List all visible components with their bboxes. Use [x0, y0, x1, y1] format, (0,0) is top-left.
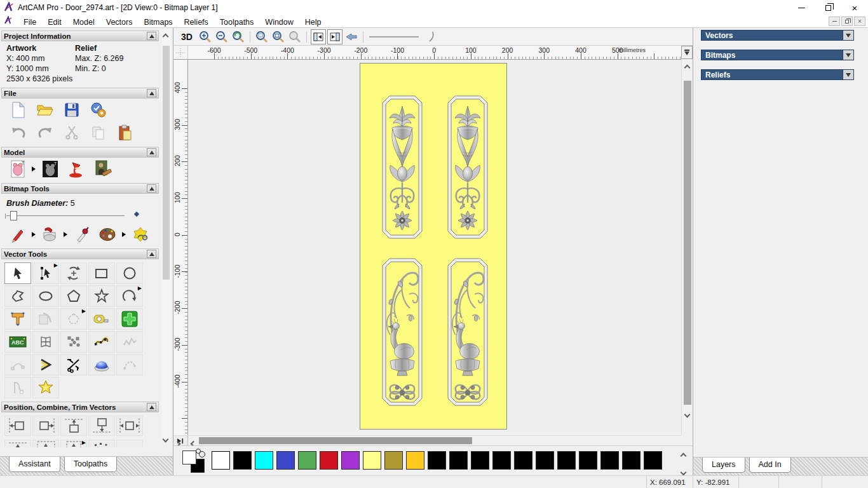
- align-bottom-tool[interactable]: [88, 416, 115, 436]
- fit-arcs-tool[interactable]: [4, 354, 31, 376]
- palette-swatch-4[interactable]: [298, 451, 316, 470]
- primary-colour-swatch[interactable]: [182, 451, 196, 464]
- paste-icon[interactable]: [114, 123, 136, 143]
- vectors-section-header[interactable]: Vectors: [701, 30, 854, 41]
- cut-icon[interactable]: [61, 123, 83, 143]
- scroll-down-icon[interactable]: [681, 470, 687, 476]
- reliefs-section-header[interactable]: Reliefs: [701, 69, 854, 80]
- menu-item-reliefs[interactable]: Reliefs: [179, 15, 214, 27]
- palette-swatch-19[interactable]: [622, 451, 641, 470]
- center-in-page-tool[interactable]: ▶: [60, 440, 87, 447]
- canvas-2d-view[interactable]: [188, 60, 681, 435]
- menu-item-vectors[interactable]: Vectors: [100, 15, 139, 27]
- collapse-button[interactable]: [147, 148, 156, 156]
- create-ellipse-tool[interactable]: [32, 285, 59, 307]
- create-arc-tool[interactable]: ▶: [116, 285, 143, 307]
- collapse-button[interactable]: [147, 32, 156, 40]
- wrap-text-tool[interactable]: [32, 308, 59, 330]
- zoom-box-button[interactable]: [254, 29, 269, 44]
- menu-item-toolpaths[interactable]: Toolpaths: [214, 15, 260, 27]
- menu-item-file[interactable]: File: [18, 15, 42, 27]
- lighting-material-icon[interactable]: [66, 159, 88, 179]
- scroll-down-icon[interactable]: [684, 412, 691, 418]
- colour-palette-icon[interactable]: [98, 224, 119, 245]
- menu-item-window[interactable]: Window: [259, 15, 299, 27]
- canvas-vertical-scrollbar[interactable]: [681, 60, 693, 435]
- nesting-tool[interactable]: Nes: [116, 440, 143, 447]
- reduce-colours-icon[interactable]: [130, 224, 151, 245]
- tab-add-in[interactable]: Add In: [749, 458, 791, 473]
- center-in-page-y-tool[interactable]: [32, 440, 59, 447]
- text-on-curve-tool[interactable]: ABC: [4, 331, 31, 353]
- mdi-minimize-button[interactable]: [829, 17, 840, 26]
- ruler-units-dropdown[interactable]: [681, 46, 693, 59]
- expand-button[interactable]: [843, 50, 853, 60]
- bisector-tool[interactable]: [32, 354, 59, 376]
- undo-icon[interactable]: [8, 123, 29, 143]
- collapse-button[interactable]: [147, 184, 156, 193]
- flyout-arrow-icon[interactable]: [32, 232, 36, 237]
- restore-button[interactable]: [815, 0, 841, 15]
- zoom-previous-button[interactable]: [231, 29, 246, 44]
- scroll-down-icon[interactable]: [163, 437, 169, 443]
- palette-swatch-1[interactable]: [233, 451, 252, 470]
- tab-assistant[interactable]: Assistant: [9, 457, 60, 472]
- palette-swatch-18[interactable]: [600, 451, 619, 470]
- zoom-objects-button[interactable]: [287, 29, 302, 44]
- canvas-vscroll-thumb[interactable]: [684, 81, 691, 405]
- palette-swatch-6[interactable]: [341, 451, 360, 470]
- texture-relief-icon[interactable]: [93, 159, 114, 179]
- palette-swatch-3[interactable]: [276, 451, 295, 470]
- collapse-button[interactable]: [147, 89, 156, 97]
- collapse-button[interactable]: [147, 250, 156, 258]
- palette-swatch-15[interactable]: [536, 451, 554, 470]
- palette-swatch-20[interactable]: [644, 451, 662, 470]
- model-properties-icon[interactable]: [88, 100, 109, 120]
- slider-thumb[interactable]: [10, 211, 17, 220]
- pick-colour-icon[interactable]: [71, 224, 93, 245]
- envelope-distortion-tool[interactable]: [32, 331, 59, 353]
- mdi-restore-button[interactable]: [841, 17, 853, 26]
- zoom-in-button[interactable]: [198, 29, 213, 44]
- greyscale-model-icon[interactable]: T: [39, 159, 61, 179]
- scroll-up-icon[interactable]: [684, 65, 691, 71]
- zoom-out-button[interactable]: [214, 29, 229, 44]
- section-profile-tool[interactable]: [4, 377, 31, 398]
- fit-spline-tool[interactable]: [116, 354, 143, 376]
- palette-swatch-9[interactable]: [406, 451, 424, 470]
- minimize-button[interactable]: [788, 0, 815, 15]
- zoom-fit-button[interactable]: [271, 29, 286, 44]
- palette-swatch-11[interactable]: [449, 451, 468, 470]
- close-button[interactable]: ×: [841, 0, 868, 15]
- flyout-arrow-icon[interactable]: [64, 232, 67, 237]
- palette-swatch-2[interactable]: [255, 451, 273, 470]
- measure-tool[interactable]: [88, 308, 115, 330]
- palette-scrollbar[interactable]: [679, 450, 689, 473]
- pane-arrow-button[interactable]: [344, 29, 359, 44]
- door-artwork[interactable]: [360, 63, 507, 430]
- palette-swatch-10[interactable]: [428, 451, 446, 470]
- new-model-icon[interactable]: [8, 100, 29, 120]
- align-top-tool[interactable]: [60, 416, 87, 436]
- transform-vectors-tool[interactable]: [60, 262, 87, 284]
- menu-item-edit[interactable]: Edit: [42, 15, 67, 27]
- simplify-vectors-tool[interactable]: [116, 331, 143, 353]
- palette-swatch-5[interactable]: [320, 451, 338, 470]
- assistant-scrollbar[interactable]: [161, 29, 171, 441]
- palette-swatch-14[interactable]: [514, 451, 532, 470]
- flood-fill-icon[interactable]: [39, 224, 61, 245]
- canvas-hscroll-thumb[interactable]: [199, 437, 472, 444]
- slider-track[interactable]: [6, 215, 125, 216]
- door-panel-bottom-left[interactable]: [383, 259, 422, 405]
- menu-item-model[interactable]: Model: [67, 15, 100, 27]
- copy-icon[interactable]: [88, 123, 109, 143]
- flyout-arrow-icon[interactable]: [122, 232, 126, 237]
- create-circle-tool[interactable]: [116, 262, 143, 284]
- door-panel-top-left[interactable]: [383, 96, 422, 238]
- palette-swatch-13[interactable]: [492, 451, 511, 470]
- expand-button[interactable]: [843, 30, 853, 40]
- create-rectangle-tool[interactable]: [88, 262, 115, 284]
- create-star-tool[interactable]: [88, 285, 115, 307]
- offset-vectors-tool[interactable]: ▶: [60, 308, 87, 330]
- create-text-tool[interactable]: [4, 308, 31, 330]
